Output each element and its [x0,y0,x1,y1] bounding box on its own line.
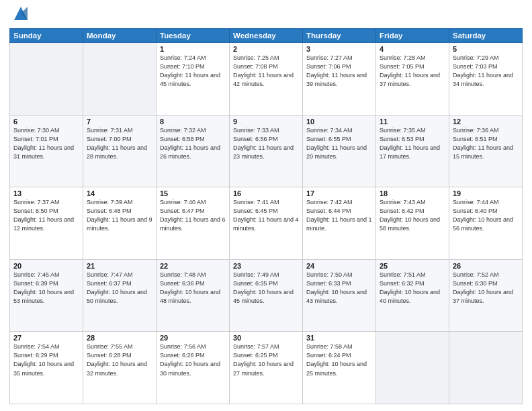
calendar-cell: 3Sunrise: 7:27 AM Sunset: 7:06 PM Daylig… [303,43,376,116]
day-number: 23 [233,262,299,270]
calendar-cell: 10Sunrise: 7:34 AM Sunset: 6:55 PM Dayli… [303,115,376,187]
header [9,7,523,23]
logo-icon [11,4,30,23]
day-number: 1 [160,45,226,53]
calendar-week-3: 20Sunrise: 7:45 AM Sunset: 6:39 PM Dayli… [10,259,523,332]
calendar-cell: 8Sunrise: 7:32 AM Sunset: 6:58 PM Daylig… [157,115,230,187]
day-info: Sunrise: 7:39 AM Sunset: 6:48 PM Dayligh… [87,198,152,233]
day-info: Sunrise: 7:51 AM Sunset: 6:32 PM Dayligh… [380,271,445,306]
calendar-cell: 28Sunrise: 7:55 AM Sunset: 6:28 PM Dayli… [83,332,157,404]
day-info: Sunrise: 7:29 AM Sunset: 7:03 PM Dayligh… [453,54,519,89]
calendar-cell: 26Sunrise: 7:52 AM Sunset: 6:30 PM Dayli… [449,259,523,332]
calendar-cell: 29Sunrise: 7:56 AM Sunset: 6:26 PM Dayli… [157,332,230,404]
day-info: Sunrise: 7:35 AM Sunset: 6:53 PM Dayligh… [380,126,445,161]
calendar-cell: 7Sunrise: 7:31 AM Sunset: 7:00 PM Daylig… [83,115,157,187]
day-number: 7 [87,118,152,126]
calendar-cell: 2Sunrise: 7:25 AM Sunset: 7:08 PM Daylig… [230,43,303,116]
calendar-cell [449,332,523,404]
calendar-cell: 4Sunrise: 7:28 AM Sunset: 7:05 PM Daylig… [376,43,449,116]
day-info: Sunrise: 7:36 AM Sunset: 6:51 PM Dayligh… [453,126,519,161]
calendar-cell: 23Sunrise: 7:49 AM Sunset: 6:35 PM Dayli… [230,259,303,332]
calendar-cell: 12Sunrise: 7:36 AM Sunset: 6:51 PM Dayli… [449,115,523,187]
day-number: 9 [233,118,299,126]
calendar-cell: 27Sunrise: 7:54 AM Sunset: 6:29 PM Dayli… [10,332,83,404]
calendar-header-thursday: Thursday [303,29,376,43]
calendar-table: SundayMondayTuesdayWednesdayThursdayFrid… [9,28,523,404]
day-info: Sunrise: 7:43 AM Sunset: 6:42 PM Dayligh… [380,198,445,233]
calendar-week-2: 13Sunrise: 7:37 AM Sunset: 6:50 PM Dayli… [10,187,523,260]
calendar-cell: 25Sunrise: 7:51 AM Sunset: 6:32 PM Dayli… [376,259,449,332]
calendar-cell: 14Sunrise: 7:39 AM Sunset: 6:48 PM Dayli… [83,187,157,260]
calendar-cell: 18Sunrise: 7:43 AM Sunset: 6:42 PM Dayli… [376,187,449,260]
day-info: Sunrise: 7:40 AM Sunset: 6:47 PM Dayligh… [160,198,226,233]
day-info: Sunrise: 7:32 AM Sunset: 6:58 PM Dayligh… [160,126,226,161]
day-number: 28 [87,334,152,342]
day-info: Sunrise: 7:45 AM Sunset: 6:39 PM Dayligh… [13,271,79,306]
day-number: 5 [453,45,519,53]
calendar-cell: 21Sunrise: 7:47 AM Sunset: 6:37 PM Dayli… [83,259,157,332]
day-info: Sunrise: 7:54 AM Sunset: 6:29 PM Dayligh… [13,342,79,377]
calendar-header-saturday: Saturday [449,29,523,43]
day-info: Sunrise: 7:33 AM Sunset: 6:56 PM Dayligh… [233,126,299,161]
calendar-cell: 20Sunrise: 7:45 AM Sunset: 6:39 PM Dayli… [10,259,83,332]
logo [9,7,30,23]
day-number: 27 [13,334,79,342]
calendar-header-tuesday: Tuesday [157,29,230,43]
calendar-cell: 30Sunrise: 7:57 AM Sunset: 6:25 PM Dayli… [230,332,303,404]
calendar-week-0: 1Sunrise: 7:24 AM Sunset: 7:10 PM Daylig… [10,43,523,116]
day-info: Sunrise: 7:50 AM Sunset: 6:33 PM Dayligh… [306,271,372,306]
day-info: Sunrise: 7:24 AM Sunset: 7:10 PM Dayligh… [160,54,226,89]
day-number: 30 [233,334,299,342]
day-number: 16 [233,189,299,197]
page: SundayMondayTuesdayWednesdayThursdayFrid… [0,0,532,411]
day-number: 11 [380,118,445,126]
day-number: 20 [13,262,79,270]
day-info: Sunrise: 7:55 AM Sunset: 6:28 PM Dayligh… [87,342,152,377]
day-number: 6 [13,118,79,126]
calendar-cell: 13Sunrise: 7:37 AM Sunset: 6:50 PM Dayli… [10,187,83,260]
day-number: 22 [160,262,226,270]
calendar-header-friday: Friday [376,29,449,43]
day-info: Sunrise: 7:28 AM Sunset: 7:05 PM Dayligh… [380,54,445,89]
calendar-cell: 6Sunrise: 7:30 AM Sunset: 7:01 PM Daylig… [10,115,83,187]
calendar-cell: 5Sunrise: 7:29 AM Sunset: 7:03 PM Daylig… [449,43,523,116]
day-number: 10 [306,118,372,126]
day-number: 8 [160,118,226,126]
day-number: 15 [160,189,226,197]
day-info: Sunrise: 7:41 AM Sunset: 6:45 PM Dayligh… [233,198,299,233]
calendar-week-1: 6Sunrise: 7:30 AM Sunset: 7:01 PM Daylig… [10,115,523,187]
day-number: 4 [380,45,445,53]
day-info: Sunrise: 7:42 AM Sunset: 6:44 PM Dayligh… [306,198,372,233]
calendar-cell [376,332,449,404]
day-info: Sunrise: 7:47 AM Sunset: 6:37 PM Dayligh… [87,271,152,306]
day-number: 25 [380,262,445,270]
day-info: Sunrise: 7:52 AM Sunset: 6:30 PM Dayligh… [453,271,519,306]
calendar-cell: 11Sunrise: 7:35 AM Sunset: 6:53 PM Dayli… [376,115,449,187]
calendar-cell: 24Sunrise: 7:50 AM Sunset: 6:33 PM Dayli… [303,259,376,332]
day-number: 21 [87,262,152,270]
day-number: 13 [13,189,79,197]
calendar-week-4: 27Sunrise: 7:54 AM Sunset: 6:29 PM Dayli… [10,332,523,404]
day-number: 14 [87,189,152,197]
day-number: 31 [306,334,372,342]
day-number: 17 [306,189,372,197]
calendar-cell: 17Sunrise: 7:42 AM Sunset: 6:44 PM Dayli… [303,187,376,260]
day-info: Sunrise: 7:34 AM Sunset: 6:55 PM Dayligh… [306,126,372,161]
calendar-header-monday: Monday [83,29,157,43]
day-info: Sunrise: 7:57 AM Sunset: 6:25 PM Dayligh… [233,342,299,377]
day-number: 18 [380,189,445,197]
calendar-cell: 15Sunrise: 7:40 AM Sunset: 6:47 PM Dayli… [157,187,230,260]
calendar-cell: 19Sunrise: 7:44 AM Sunset: 6:40 PM Dayli… [449,187,523,260]
day-number: 3 [306,45,372,53]
day-info: Sunrise: 7:44 AM Sunset: 6:40 PM Dayligh… [453,198,519,233]
day-number: 24 [306,262,372,270]
calendar-cell: 1Sunrise: 7:24 AM Sunset: 7:10 PM Daylig… [157,43,230,116]
day-info: Sunrise: 7:49 AM Sunset: 6:35 PM Dayligh… [233,271,299,306]
calendar-cell: 31Sunrise: 7:58 AM Sunset: 6:24 PM Dayli… [303,332,376,404]
day-number: 2 [233,45,299,53]
day-info: Sunrise: 7:56 AM Sunset: 6:26 PM Dayligh… [160,342,226,377]
calendar-cell [10,43,83,116]
day-info: Sunrise: 7:31 AM Sunset: 7:00 PM Dayligh… [87,126,152,161]
day-info: Sunrise: 7:58 AM Sunset: 6:24 PM Dayligh… [306,342,372,377]
day-info: Sunrise: 7:48 AM Sunset: 6:36 PM Dayligh… [160,271,226,306]
